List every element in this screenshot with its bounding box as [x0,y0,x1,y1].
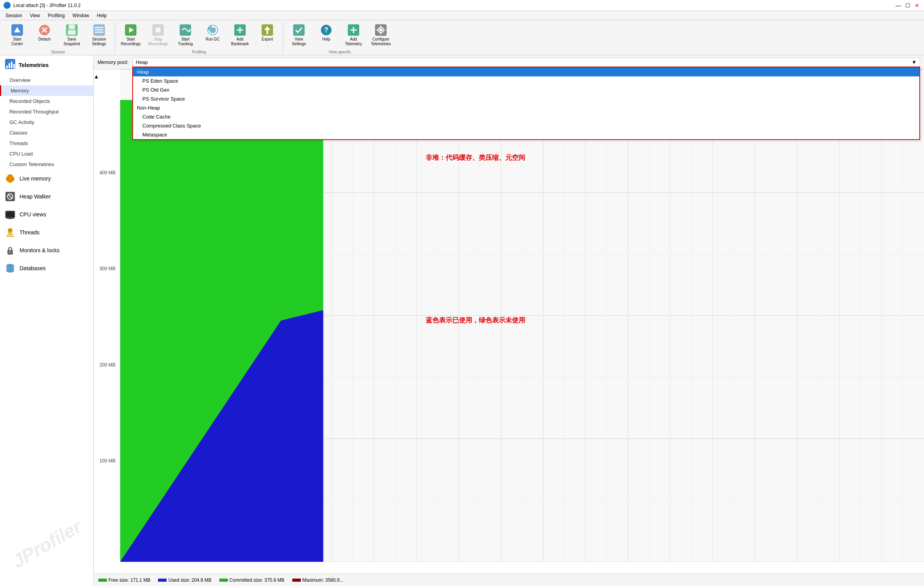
help-button[interactable]: ? Help [313,22,339,49]
sidebar-item-recorded-objects[interactable]: Recorded Objects [0,96,93,106]
minimize-button[interactable]: — [894,2,902,9]
configure-telemetries-button[interactable]: ConfigureTelemetries [368,22,394,49]
sidebar-section-threads[interactable]: Threads [0,223,93,241]
svg-rect-25 [293,25,304,35]
legend-maximum: Maximum: 3580.9... [292,577,343,583]
session-settings-button[interactable]: SessionSettings [86,22,112,49]
sidebar-item-recorded-throughput[interactable]: Recorded Throughput [0,106,93,117]
sidebar-item-threads[interactable]: Threads [0,138,93,149]
help-label: Help [322,37,331,42]
sidebar-section-databases[interactable]: Databases [0,259,93,277]
legend-free-size-label: Free size: 171.1 MB [108,577,150,583]
menu-help[interactable]: Help [93,12,111,19]
stop-recordings-label: StopRecordings [148,37,168,46]
configure-telemetries-label: ConfigureTelemetries [371,37,391,46]
dropdown-item-ps-survivor-space[interactable]: PS Survivor Space [133,94,919,103]
menu-view[interactable]: View [26,12,44,19]
start-center-button[interactable]: StartCenter [4,22,30,49]
menu-profiling[interactable]: Profiling [44,12,69,19]
live-memory-icon [5,173,16,184]
sidebar-item-cpu-load[interactable]: CPU Load [0,149,93,159]
chart-y-arrow-icon: ▲ [94,73,99,80]
svg-rect-40 [9,63,10,68]
chart-y-label-300: 300 MB [94,266,118,271]
memory-pool-select-button[interactable]: Heap ▼ [132,58,920,67]
svg-rect-56 [7,234,13,235]
svg-rect-41 [11,62,12,68]
window-title: Local attach [3] - JProfiler 11.0.2 [13,3,81,8]
svg-rect-53 [8,219,12,219]
legend-used-color-icon [158,579,167,582]
main-layout: Telemetries Overview Memory Recorded Obj… [0,55,924,586]
heap-walker-label: Heap Walker [20,193,51,200]
dropdown-item-heap[interactable]: Heap [133,67,919,76]
memory-pool-bar: Memory pool: Heap ▼ Heap PS Eden Space P… [94,55,924,69]
start-tracking-button[interactable]: StartTracking [172,22,199,49]
svg-point-63 [6,267,14,270]
sidebar-item-overview[interactable]: Overview [0,75,93,85]
add-telemetry-button[interactable]: AddTelemetry [340,22,367,49]
stop-recordings-button[interactable]: StopRecordings [145,22,171,49]
sidebar-section-monitors-locks[interactable]: Monitors & locks [0,241,93,259]
svg-rect-42 [13,64,15,68]
legend-bar: Free size: 171.1 MB Used size: 204.8 MB … [94,574,924,586]
sidebar-section-live-memory[interactable]: Live memory [0,170,93,188]
sidebar-item-memory[interactable]: Memory [0,85,93,96]
sidebar-item-custom-telemetries[interactable]: Custom Telemetries [0,159,93,170]
dropdown-item-ps-eden-space[interactable]: PS Eden Space [133,76,919,85]
sidebar-section-heap-walker[interactable]: Heap Walker [0,188,93,205]
memory-pool-select[interactable]: Heap ▼ Heap PS Eden Space PS Old Gen PS … [132,58,920,67]
detach-button[interactable]: Detach [31,22,58,49]
svg-marker-116 [281,310,323,562]
toolbar-group-profiling: StartRecordings StopRecordings [115,22,283,53]
start-recordings-button[interactable]: StartRecordings [117,22,144,49]
dropdown-item-ps-old-gen[interactable]: PS Old Gen [133,85,919,94]
add-telemetry-icon [347,24,360,36]
start-center-label: StartCenter [11,37,23,46]
dropdown-item-metaspace[interactable]: Metaspace [133,130,919,139]
svg-rect-55 [8,233,12,234]
telemetries-label: Telemetries [19,62,49,68]
maximize-button[interactable]: ☐ [904,2,912,9]
legend-maximum-color-icon [292,579,301,582]
toolbar: StartCenter Detach [0,20,924,55]
cpu-views-icon [5,209,16,220]
sidebar: Telemetries Overview Memory Recorded Obj… [0,55,94,586]
monitors-locks-icon [5,245,16,255]
run-gc-button[interactable]: Run GC [199,22,226,49]
live-memory-label: Live memory [20,175,51,182]
svg-point-32 [379,28,382,32]
view-settings-icon [293,24,305,36]
dropdown-item-compressed-class-space[interactable]: Compressed Class Space [133,121,919,130]
legend-used-size: Used size: 204.8 MB [158,577,211,583]
add-bookmark-icon [234,24,246,36]
legend-used-size-label: Used size: 204.8 MB [168,577,211,583]
save-snapshot-button[interactable]: SaveSnapshot [59,22,85,49]
telemetries-icon [5,58,16,72]
dropdown-item-code-cache[interactable]: Code Cache [133,112,919,121]
chart-y-label-100: 100 MB [94,458,118,464]
chart-y-axis: ▲ 400 MB 300 MB 200 MB 100 MB [94,69,120,574]
dropdown-chevron-icon: ▼ [912,59,917,65]
close-button[interactable]: ✕ [913,2,921,9]
export-button[interactable]: Export [254,22,281,49]
detach-label: Detach [38,37,51,42]
menu-window[interactable]: Window [69,12,93,19]
export-label: Export [262,37,273,42]
view-settings-button[interactable]: ViewSettings [286,22,312,49]
svg-rect-57 [6,236,14,237]
svg-point-62 [6,269,14,273]
stop-recordings-icon [152,24,164,36]
menu-session[interactable]: Session [2,12,26,19]
start-tracking-label: StartTracking [178,37,193,46]
sidebar-telemetries-header[interactable]: Telemetries [0,55,93,75]
sidebar-item-gc-activity[interactable]: GC Activity [0,117,93,127]
legend-free-color-icon [98,579,107,582]
add-bookmark-button[interactable]: AddBookmark [227,22,253,49]
chart-annotation-2: 非堆：代码缓存、类压缩、元空间 [426,153,525,162]
heap-walker-icon [5,191,16,202]
sidebar-item-classes[interactable]: Classes [0,127,93,138]
dropdown-item-non-heap[interactable]: Non-Heap [133,103,919,112]
sidebar-section-cpu-views[interactable]: CPU views [0,205,93,223]
start-center-icon [11,24,23,36]
